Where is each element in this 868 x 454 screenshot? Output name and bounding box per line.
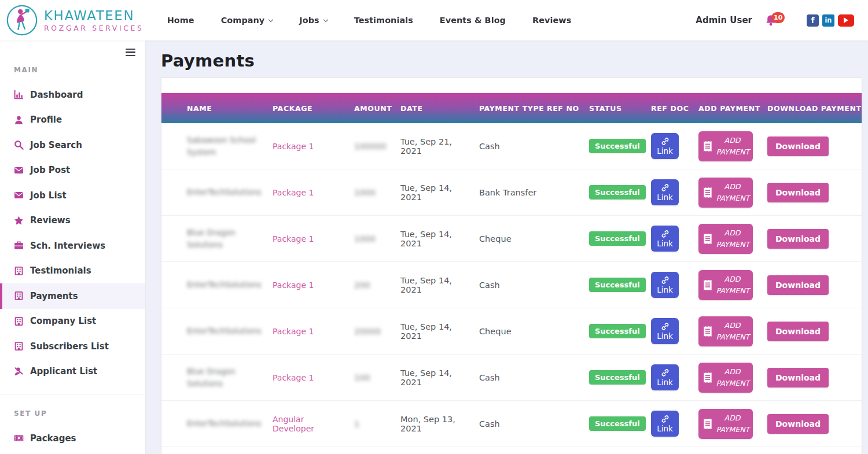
add-payment-button[interactable]: ADD PAYMENT	[698, 363, 753, 393]
receipt-icon	[703, 372, 712, 383]
column-header: DOWNLOAD PAYMENT	[767, 104, 862, 113]
sidebar-item-company-list[interactable]: Company List	[0, 309, 145, 334]
cell-amount: 20000	[354, 327, 400, 336]
ref-doc-link-button[interactable]: Link	[651, 411, 679, 437]
sidebar-item-job-list[interactable]: Job List	[0, 183, 145, 208]
status-badge: Successful	[589, 416, 646, 431]
add-payment-button[interactable]: ADD PAYMENT	[698, 270, 753, 300]
status-badge: Successful	[589, 370, 646, 385]
payments-table-card: NAME PACKAGE AMOUNT DATE PAYMENT TYPE RE…	[161, 77, 862, 454]
ref-doc-link-button[interactable]: Link	[651, 179, 679, 205]
status-badge: Successful	[589, 139, 646, 153]
table-row: EnterTechSolutions Package 1 20000 Tue, …	[161, 308, 862, 355]
package-link[interactable]: Package 1	[273, 327, 354, 336]
cell-date: Mon, Sep 13, 2021	[400, 415, 479, 433]
package-link[interactable]: Package 1	[273, 234, 354, 243]
package-link[interactable]: Package 1	[273, 142, 354, 151]
main-content: Payments NAME PACKAGE AMOUNT DATE PAYMEN…	[146, 40, 868, 454]
ref-doc-link-button[interactable]: Link	[651, 133, 679, 159]
cell-date: Tue, Sep 14, 2021	[400, 322, 479, 341]
cell-date: Tue, Sep 14, 2021	[400, 183, 479, 202]
package-link[interactable]: Package 1	[273, 188, 354, 197]
top-navbar: KHAWATEEN ROZGAR SERVICES Home Company J…	[0, 0, 868, 40]
add-payment-button[interactable]: ADD PAYMENT	[698, 131, 753, 161]
brand-logo[interactable]: KHAWATEEN ROZGAR SERVICES	[6, 4, 144, 36]
download-payment-button[interactable]: Download	[767, 275, 829, 295]
facebook-icon[interactable]: f	[807, 14, 819, 27]
download-payment-button[interactable]: Download	[767, 414, 829, 434]
sidebar-item-job-post[interactable]: Job Post	[0, 158, 145, 183]
nav-item-jobs[interactable]: Jobs	[299, 16, 327, 25]
sidebar-item-packages[interactable]: Packages	[0, 426, 145, 451]
status-badge: Successful	[589, 185, 646, 200]
column-header: REF NO	[547, 104, 589, 113]
star-icon	[14, 216, 24, 226]
bar-chart-icon	[14, 90, 24, 99]
nav-item-events-blog[interactable]: Events & Blog	[440, 16, 506, 25]
notifications-button[interactable]: 10	[765, 14, 777, 27]
sidebar-item-subscribers-list[interactable]: Subscribers List	[0, 334, 145, 359]
package-link[interactable]: Package 1	[273, 373, 354, 382]
column-header: AMOUNT	[354, 104, 400, 113]
table-row: Sabawoon School System Package 1 100000 …	[161, 123, 862, 169]
envelope-icon	[14, 165, 24, 175]
cell-name: EnterTechSolutions	[187, 418, 273, 430]
sidebar-item-sch-interviews[interactable]: Sch. Interviews	[0, 233, 145, 259]
cell-date: Tue, Sep 14, 2021	[400, 368, 479, 387]
download-payment-button[interactable]: Download	[767, 368, 829, 387]
sidebar-item-applicant-list[interactable]: Applicant List	[0, 359, 145, 385]
sidebar-item-job-search[interactable]: Job Search	[0, 132, 145, 158]
download-payment-button[interactable]: Download	[767, 136, 829, 156]
ref-doc-link-button[interactable]: Link	[651, 226, 679, 252]
link-icon	[661, 415, 670, 423]
download-payment-button[interactable]: Download	[767, 183, 829, 202]
receipt-icon	[703, 141, 712, 152]
table-row: Blue Dragon Solutions Package 1 100 Tue,…	[161, 355, 862, 401]
cell-payment-type: Cheque	[479, 327, 547, 336]
add-payment-button[interactable]: ADD PAYMENT	[698, 178, 753, 208]
page-title: Payments	[161, 51, 862, 71]
nav-item-home[interactable]: Home	[167, 16, 194, 25]
add-payment-button[interactable]: ADD PAYMENT	[698, 224, 753, 254]
package-link[interactable]: Package 1	[273, 280, 354, 290]
sidebar-item-reviews[interactable]: Reviews	[0, 208, 145, 234]
table-body: Sabawoon School System Package 1 100000 …	[161, 123, 862, 447]
link-icon	[661, 183, 670, 192]
sidebar-item-profile[interactable]: Profile	[0, 108, 145, 133]
link-icon	[661, 230, 670, 238]
status-badge: Successful	[589, 231, 646, 246]
column-header: STATUS	[589, 104, 651, 113]
cell-amount: 1000	[354, 234, 400, 243]
add-payment-button[interactable]: ADD PAYMENT	[698, 316, 753, 346]
sidebar-item-payments[interactable]: Payments	[0, 283, 145, 309]
nav-item-company[interactable]: Company	[221, 16, 273, 25]
status-badge: Successful	[589, 278, 646, 292]
download-payment-button[interactable]: Download	[767, 229, 829, 249]
ref-doc-link-button[interactable]: Link	[651, 272, 679, 298]
sidebar-item-dashboard[interactable]: Dashboard	[0, 82, 145, 108]
sidebar-section-setup: SET UP Packages	[0, 394, 145, 451]
column-header: NAME	[187, 104, 273, 113]
package-link[interactable]: Angular Developer	[273, 415, 354, 433]
building-icon	[14, 341, 24, 351]
receipt-icon	[703, 326, 712, 337]
nav-item-reviews[interactable]: Reviews	[532, 16, 571, 25]
column-header: PACKAGE	[273, 104, 354, 113]
download-payment-button[interactable]: Download	[767, 322, 829, 341]
column-header: ADD PAYMENT	[698, 104, 767, 113]
sidebar-toggle-button[interactable]	[123, 45, 138, 60]
admin-user-menu[interactable]: Admin User	[696, 15, 752, 25]
chevron-down-icon	[269, 17, 273, 21]
sidebar-item-testimonials[interactable]: Testimonials	[0, 259, 145, 284]
cell-amount: 1	[354, 419, 400, 429]
link-icon	[661, 322, 670, 331]
add-payment-button[interactable]: ADD PAYMENT	[698, 409, 753, 439]
ref-doc-link-button[interactable]: Link	[651, 318, 679, 344]
linkedin-icon[interactable]: in	[822, 14, 834, 27]
ref-doc-link-button[interactable]: Link	[651, 364, 679, 390]
cell-amount: 100	[354, 373, 400, 382]
youtube-icon[interactable]	[838, 14, 854, 27]
nav-item-testimonials[interactable]: Testimonials	[354, 16, 413, 25]
column-header: DATE	[400, 104, 479, 113]
brand-tagline: ROZGAR SERVICES	[44, 24, 144, 32]
